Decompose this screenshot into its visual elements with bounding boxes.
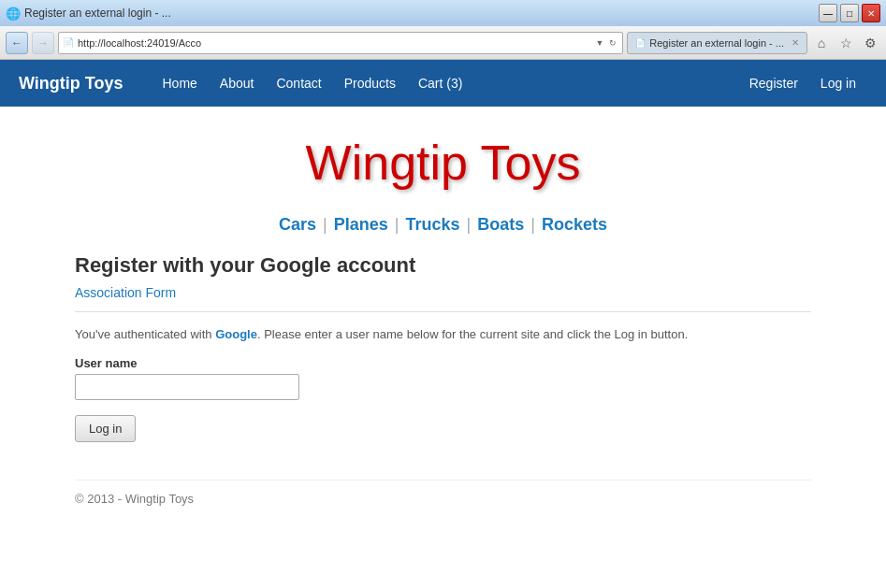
nav-link-about[interactable]: About (209, 60, 266, 107)
nav-link-home[interactable]: Home (152, 60, 209, 107)
app-nav-links: Home About Contact Products Cart (3) (152, 60, 738, 107)
title-bar: 🌐 Register an external login - ... — □ ✕ (0, 0, 886, 26)
category-trucks[interactable]: Trucks (405, 215, 459, 234)
search-dropdown[interactable]: ▼ (593, 38, 605, 48)
address-bar[interactable]: 📄 http://localhost:24019/Acco ▼ ↻ (58, 32, 623, 54)
minimize-button[interactable]: — (819, 4, 837, 22)
category-cars[interactable]: Cars (279, 215, 316, 234)
category-rockets[interactable]: Rockets (542, 215, 607, 234)
sep-3: | (467, 215, 472, 234)
tab-label: Register an external login - ... (649, 37, 784, 49)
app-nav-right: Register Log in (738, 60, 867, 107)
favorites-toolbar-button[interactable]: ☆ (835, 33, 856, 53)
nav-link-register[interactable]: Register (738, 60, 809, 107)
app-navbar: Wingtip Toys Home About Contact Products… (0, 60, 886, 107)
tab[interactable]: 📄 Register an external login - ... ✕ (627, 32, 807, 54)
address-buttons: ▼ ↻ (593, 38, 618, 48)
username-input[interactable] (75, 374, 299, 400)
nav-link-cart[interactable]: Cart (3) (407, 60, 473, 107)
form-subtitle: Association Form (75, 285, 811, 300)
footer: © 2013 - Wingtip Toys (75, 480, 811, 506)
username-label: User name (75, 356, 811, 370)
address-text: http://localhost:24019/Acco (78, 37, 589, 49)
refresh-button[interactable]: ↻ (607, 38, 618, 48)
back-button[interactable]: ← (6, 32, 28, 54)
sep-4: | (530, 215, 535, 234)
nav-link-products[interactable]: Products (333, 60, 407, 107)
category-boats[interactable]: Boats (477, 215, 524, 234)
window-title: Register an external login - ... (24, 7, 171, 20)
footer-text: © 2013 - Wingtip Toys (75, 492, 194, 506)
info-text-before: You've authenticated with (75, 327, 215, 341)
maximize-button[interactable]: □ (840, 4, 859, 22)
browser-icon: 🌐 (6, 7, 21, 21)
divider (75, 311, 811, 312)
category-planes[interactable]: Planes (334, 215, 388, 234)
forward-button[interactable]: → (32, 32, 54, 54)
page-icon: 📄 (63, 37, 74, 48)
login-button[interactable]: Log in (75, 415, 136, 442)
app-brand[interactable]: Wingtip Toys (19, 74, 123, 93)
category-links: Cars | Planes | Trucks | Boats | Rockets (75, 215, 811, 235)
home-toolbar-button[interactable]: ⌂ (811, 33, 832, 53)
sep-2: | (395, 215, 399, 234)
title-bar-left: 🌐 Register an external login - ... (6, 7, 171, 21)
nav-link-login[interactable]: Log in (809, 60, 867, 107)
title-bar-controls: — □ ✕ (819, 4, 880, 22)
navigation-bar: ← → 📄 http://localhost:24019/Acco ▼ ↻ 📄 … (0, 26, 886, 60)
tab-close-button[interactable]: ✕ (792, 37, 799, 48)
info-text: You've authenticated with Google. Please… (75, 327, 811, 341)
settings-toolbar-button[interactable]: ⚙ (860, 33, 880, 53)
main-content: Wingtip Toys Cars | Planes | Trucks | Bo… (0, 107, 886, 524)
site-title: Wingtip Toys (75, 125, 811, 200)
nav-link-contact[interactable]: Contact (265, 60, 332, 107)
info-text-after: . Please enter a user name below for the… (257, 327, 688, 341)
sep-1: | (323, 215, 327, 234)
form-title: Register with your Google account (75, 253, 811, 278)
tab-icon: 📄 (635, 38, 646, 48)
close-button[interactable]: ✕ (862, 4, 880, 22)
provider-name: Google (215, 327, 257, 341)
